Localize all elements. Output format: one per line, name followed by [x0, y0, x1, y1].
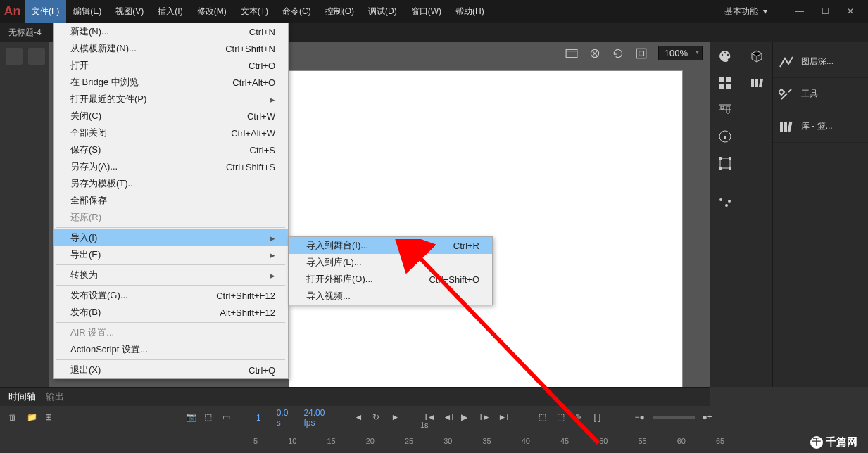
watermark-icon: 千	[810, 436, 823, 449]
loop-start-icon[interactable]: ◄	[354, 412, 365, 423]
file-menu-item[interactable]: 从模板新建(N)...Ctrl+Shift+N	[54, 40, 288, 57]
menu-debug[interactable]: 调试(D)	[361, 0, 404, 23]
camera-icon[interactable]: 📷	[186, 412, 197, 423]
menu-edit[interactable]: 编辑(E)	[66, 0, 108, 23]
panel-label: 图层深...	[801, 56, 834, 68]
menu-file[interactable]: 文件(F)	[25, 0, 66, 23]
doc-tab[interactable]: 无标题-4	[8, 27, 42, 39]
goto-last-icon[interactable]: ►I	[498, 412, 509, 423]
menu-window[interactable]: 窗口(W)	[404, 0, 448, 23]
menu-view[interactable]: 视图(V)	[108, 0, 151, 23]
file-menu-item[interactable]: 打开Ctrl+O	[54, 57, 288, 74]
menubar: 文件(F) 编辑(E) 视图(V) 插入(I) 修改(M) 文本(T) 命令(C…	[25, 0, 781, 23]
fps-display[interactable]: 24.00 fps	[303, 408, 325, 428]
palette-icon[interactable]	[718, 49, 732, 63]
timeline-ruler[interactable]: 5101520253035404550556065	[0, 430, 710, 451]
file-menu-item: AIR 设置...	[54, 324, 288, 341]
swatches-icon[interactable]	[718, 76, 732, 90]
clapboard-icon[interactable]	[28, 48, 45, 65]
watermark: 千 千篇网	[810, 435, 857, 449]
import-submenu: 导入到舞台(I)...Ctrl+R导入到库(L)...打开外部库(O)...Ct…	[289, 236, 493, 305]
canvas-toolbar: 100%	[565, 46, 703, 60]
zoom-slider[interactable]	[653, 416, 695, 419]
frame-view-icon[interactable]: ▭	[222, 412, 234, 423]
svg-rect-12	[720, 158, 730, 168]
play-icon[interactable]: ▶	[461, 412, 472, 423]
ruler-tick: 40	[522, 437, 530, 445]
panel-layer-depth[interactable]: 图层深...	[773, 46, 868, 78]
zoom-in-icon[interactable]: ●+	[702, 412, 713, 423]
menu-modify[interactable]: 修改(M)	[190, 0, 234, 23]
ruler-tick: 45	[560, 437, 569, 445]
cube-icon[interactable]	[750, 49, 764, 63]
onion-skin-icon[interactable]: ⬚	[539, 412, 550, 423]
ruler-tick: 55	[638, 437, 646, 445]
file-menu-item[interactable]: 打开最近的文件(P)	[54, 91, 288, 108]
svg-rect-24	[784, 122, 787, 132]
svg-rect-14	[729, 157, 731, 160]
new-folder-icon[interactable]: 📁	[27, 412, 38, 423]
panel-label: 库 - 篮...	[801, 120, 833, 132]
onion-outline-icon[interactable]: ⬚	[557, 412, 568, 423]
minimize-icon[interactable]: —	[795, 6, 804, 16]
file-menu-item[interactable]: 在 Bridge 中浏览Ctrl+Alt+O	[54, 74, 288, 91]
panel-library[interactable]: 库 - 篮...	[773, 110, 868, 143]
file-menu-item[interactable]: 发布设置(G)...Ctrl+Shift+F12	[54, 287, 288, 304]
file-menu-item[interactable]: 转换为	[54, 267, 288, 283]
layer-depth-toggle-icon[interactable]: ⬚	[204, 412, 215, 423]
menu-control[interactable]: 控制(O)	[318, 0, 361, 23]
marker-icon[interactable]: [ ]	[593, 412, 605, 423]
current-frame[interactable]: 1	[256, 413, 261, 423]
tools-icon	[779, 87, 794, 102]
file-menu-item[interactable]: 导出(E)	[54, 246, 288, 263]
transform-icon[interactable]	[718, 156, 732, 170]
file-menu-item[interactable]: 另存为模板(T)...	[54, 175, 288, 192]
output-tab[interactable]: 输出	[46, 390, 64, 403]
menu-text[interactable]: 文本(T)	[234, 0, 275, 23]
loop-end-icon[interactable]: ►	[391, 412, 402, 423]
close-icon[interactable]: ✕	[847, 6, 854, 16]
step-back-icon[interactable]: ◄I	[443, 412, 454, 423]
clip-icon[interactable]	[565, 47, 578, 60]
maximize-icon[interactable]: ☐	[822, 6, 829, 16]
workspace-switcher[interactable]: 基本功能 ▾	[710, 6, 781, 18]
scene-icon[interactable]	[6, 48, 23, 65]
center-stage-icon[interactable]	[589, 47, 601, 60]
file-menu-item[interactable]: 新建(N)...Ctrl+N	[54, 23, 288, 40]
import-submenu-item[interactable]: 打开外部库(O)...Ctrl+Shift+O	[289, 271, 492, 288]
zoom-dropdown[interactable]: 100%	[658, 46, 703, 60]
svg-rect-3	[639, 51, 643, 56]
history-icon[interactable]	[718, 197, 732, 211]
ruler-tick: 65	[716, 437, 724, 445]
file-menu-item[interactable]: 保存(S)Ctrl+S	[54, 141, 288, 158]
new-layer-icon[interactable]: ⊞	[45, 412, 56, 423]
ruler-tick: 35	[482, 437, 491, 445]
timeline-tab[interactable]: 时间轴	[8, 390, 36, 403]
import-submenu-item[interactable]: 导入视频...	[289, 288, 492, 305]
menu-insert[interactable]: 插入(I)	[151, 0, 189, 23]
file-menu-item[interactable]: 全部保存	[54, 192, 288, 209]
zoom-out-icon[interactable]: −●	[634, 412, 646, 423]
rotate-icon[interactable]	[612, 47, 624, 60]
file-menu-item[interactable]: ActionScript 设置...	[54, 341, 288, 358]
panel-tools[interactable]: 工具	[773, 78, 868, 110]
menu-help[interactable]: 帮助(H)	[448, 0, 491, 23]
file-menu-item[interactable]: 退出(X)Ctrl+Q	[54, 362, 288, 378]
align-icon[interactable]	[718, 103, 732, 117]
info-icon[interactable]	[718, 129, 732, 143]
library-books-icon[interactable]	[750, 76, 764, 90]
edit-multi-icon[interactable]: ✎	[575, 412, 586, 423]
loop-icon[interactable]: ↻	[372, 412, 384, 423]
import-submenu-item[interactable]: 导入到库(L)...	[289, 254, 492, 271]
step-fwd-icon[interactable]: I►	[479, 412, 491, 423]
file-menu-item[interactable]: 导入(I)	[54, 229, 288, 246]
file-menu-item[interactable]: 发布(B)Alt+Shift+F12	[54, 304, 288, 321]
menu-commands[interactable]: 命令(C)	[275, 0, 318, 23]
clip-content-icon[interactable]	[635, 47, 648, 60]
import-submenu-item[interactable]: 导入到舞台(I)...Ctrl+R	[289, 237, 492, 254]
stage[interactable]	[289, 70, 683, 394]
file-menu-item[interactable]: 关闭(C)Ctrl+W	[54, 108, 288, 125]
trash-icon[interactable]: 🗑	[8, 412, 20, 423]
file-menu-item[interactable]: 全部关闭Ctrl+Alt+W	[54, 125, 288, 141]
file-menu-item[interactable]: 另存为(A)...Ctrl+Shift+S	[54, 158, 288, 175]
